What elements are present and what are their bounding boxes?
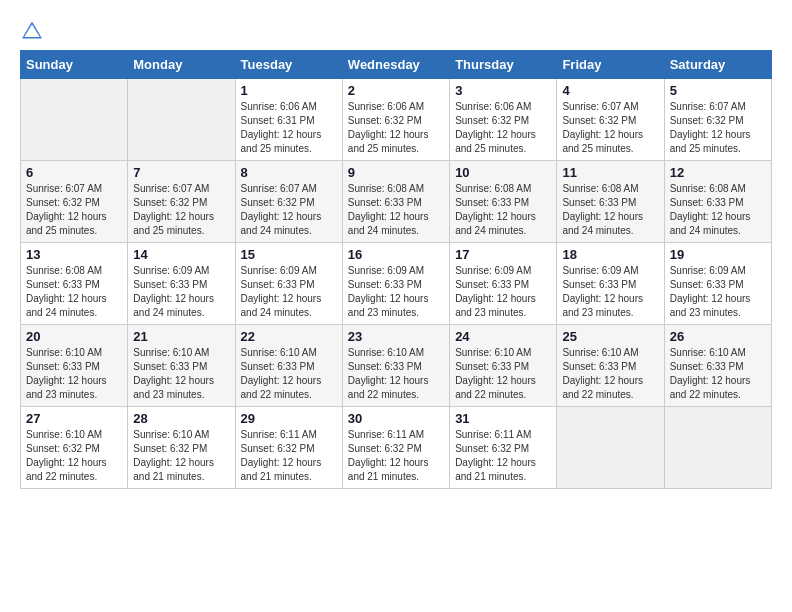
calendar-day-cell: 28Sunrise: 6:10 AMSunset: 6:32 PMDayligh… xyxy=(128,407,235,489)
calendar-day-cell: 20Sunrise: 6:10 AMSunset: 6:33 PMDayligh… xyxy=(21,325,128,407)
calendar-table: SundayMondayTuesdayWednesdayThursdayFrid… xyxy=(20,50,772,489)
calendar-day-cell: 21Sunrise: 6:10 AMSunset: 6:33 PMDayligh… xyxy=(128,325,235,407)
day-number: 10 xyxy=(455,165,551,180)
calendar-day-cell: 3Sunrise: 6:06 AMSunset: 6:32 PMDaylight… xyxy=(450,79,557,161)
day-detail: Sunrise: 6:11 AMSunset: 6:32 PMDaylight:… xyxy=(455,428,551,484)
day-number: 22 xyxy=(241,329,337,344)
day-number: 3 xyxy=(455,83,551,98)
calendar-day-cell xyxy=(664,407,771,489)
day-of-week-header: Saturday xyxy=(664,51,771,79)
day-of-week-header: Sunday xyxy=(21,51,128,79)
day-of-week-header: Friday xyxy=(557,51,664,79)
calendar-day-cell: 12Sunrise: 6:08 AMSunset: 6:33 PMDayligh… xyxy=(664,161,771,243)
day-number: 8 xyxy=(241,165,337,180)
day-number: 25 xyxy=(562,329,658,344)
day-number: 14 xyxy=(133,247,229,262)
calendar-day-cell: 25Sunrise: 6:10 AMSunset: 6:33 PMDayligh… xyxy=(557,325,664,407)
day-detail: Sunrise: 6:06 AMSunset: 6:32 PMDaylight:… xyxy=(455,100,551,156)
day-number: 21 xyxy=(133,329,229,344)
day-number: 19 xyxy=(670,247,766,262)
calendar-day-cell: 16Sunrise: 6:09 AMSunset: 6:33 PMDayligh… xyxy=(342,243,449,325)
day-detail: Sunrise: 6:09 AMSunset: 6:33 PMDaylight:… xyxy=(348,264,444,320)
day-number: 4 xyxy=(562,83,658,98)
day-detail: Sunrise: 6:09 AMSunset: 6:33 PMDaylight:… xyxy=(133,264,229,320)
day-detail: Sunrise: 6:10 AMSunset: 6:32 PMDaylight:… xyxy=(26,428,122,484)
day-number: 23 xyxy=(348,329,444,344)
day-detail: Sunrise: 6:09 AMSunset: 6:33 PMDaylight:… xyxy=(241,264,337,320)
day-detail: Sunrise: 6:10 AMSunset: 6:33 PMDaylight:… xyxy=(348,346,444,402)
day-number: 1 xyxy=(241,83,337,98)
day-detail: Sunrise: 6:07 AMSunset: 6:32 PMDaylight:… xyxy=(133,182,229,238)
day-of-week-header: Wednesday xyxy=(342,51,449,79)
day-number: 6 xyxy=(26,165,122,180)
day-detail: Sunrise: 6:10 AMSunset: 6:33 PMDaylight:… xyxy=(455,346,551,402)
calendar-day-cell: 7Sunrise: 6:07 AMSunset: 6:32 PMDaylight… xyxy=(128,161,235,243)
calendar-day-cell: 23Sunrise: 6:10 AMSunset: 6:33 PMDayligh… xyxy=(342,325,449,407)
calendar-day-cell: 1Sunrise: 6:06 AMSunset: 6:31 PMDaylight… xyxy=(235,79,342,161)
calendar-day-cell: 19Sunrise: 6:09 AMSunset: 6:33 PMDayligh… xyxy=(664,243,771,325)
day-of-week-header: Monday xyxy=(128,51,235,79)
day-detail: Sunrise: 6:08 AMSunset: 6:33 PMDaylight:… xyxy=(348,182,444,238)
day-of-week-header: Tuesday xyxy=(235,51,342,79)
calendar-day-cell: 15Sunrise: 6:09 AMSunset: 6:33 PMDayligh… xyxy=(235,243,342,325)
calendar-day-cell: 27Sunrise: 6:10 AMSunset: 6:32 PMDayligh… xyxy=(21,407,128,489)
calendar-week-row: 13Sunrise: 6:08 AMSunset: 6:33 PMDayligh… xyxy=(21,243,772,325)
calendar-day-cell: 2Sunrise: 6:06 AMSunset: 6:32 PMDaylight… xyxy=(342,79,449,161)
calendar-week-row: 20Sunrise: 6:10 AMSunset: 6:33 PMDayligh… xyxy=(21,325,772,407)
header xyxy=(20,20,772,40)
calendar-week-row: 27Sunrise: 6:10 AMSunset: 6:32 PMDayligh… xyxy=(21,407,772,489)
day-detail: Sunrise: 6:07 AMSunset: 6:32 PMDaylight:… xyxy=(26,182,122,238)
day-number: 11 xyxy=(562,165,658,180)
day-detail: Sunrise: 6:09 AMSunset: 6:33 PMDaylight:… xyxy=(670,264,766,320)
day-detail: Sunrise: 6:11 AMSunset: 6:32 PMDaylight:… xyxy=(348,428,444,484)
day-detail: Sunrise: 6:08 AMSunset: 6:33 PMDaylight:… xyxy=(455,182,551,238)
day-detail: Sunrise: 6:11 AMSunset: 6:32 PMDaylight:… xyxy=(241,428,337,484)
day-detail: Sunrise: 6:09 AMSunset: 6:33 PMDaylight:… xyxy=(455,264,551,320)
day-number: 9 xyxy=(348,165,444,180)
day-number: 31 xyxy=(455,411,551,426)
day-number: 24 xyxy=(455,329,551,344)
calendar-day-cell: 26Sunrise: 6:10 AMSunset: 6:33 PMDayligh… xyxy=(664,325,771,407)
calendar-day-cell: 6Sunrise: 6:07 AMSunset: 6:32 PMDaylight… xyxy=(21,161,128,243)
calendar-day-cell: 10Sunrise: 6:08 AMSunset: 6:33 PMDayligh… xyxy=(450,161,557,243)
day-detail: Sunrise: 6:07 AMSunset: 6:32 PMDaylight:… xyxy=(562,100,658,156)
day-detail: Sunrise: 6:10 AMSunset: 6:33 PMDaylight:… xyxy=(26,346,122,402)
day-detail: Sunrise: 6:08 AMSunset: 6:33 PMDaylight:… xyxy=(26,264,122,320)
calendar-week-row: 6Sunrise: 6:07 AMSunset: 6:32 PMDaylight… xyxy=(21,161,772,243)
calendar-day-cell: 14Sunrise: 6:09 AMSunset: 6:33 PMDayligh… xyxy=(128,243,235,325)
calendar-day-cell: 4Sunrise: 6:07 AMSunset: 6:32 PMDaylight… xyxy=(557,79,664,161)
day-detail: Sunrise: 6:06 AMSunset: 6:32 PMDaylight:… xyxy=(348,100,444,156)
day-detail: Sunrise: 6:09 AMSunset: 6:33 PMDaylight:… xyxy=(562,264,658,320)
day-header-row: SundayMondayTuesdayWednesdayThursdayFrid… xyxy=(21,51,772,79)
day-detail: Sunrise: 6:08 AMSunset: 6:33 PMDaylight:… xyxy=(562,182,658,238)
day-number: 17 xyxy=(455,247,551,262)
calendar-day-cell xyxy=(21,79,128,161)
day-detail: Sunrise: 6:10 AMSunset: 6:33 PMDaylight:… xyxy=(241,346,337,402)
day-number: 20 xyxy=(26,329,122,344)
day-detail: Sunrise: 6:10 AMSunset: 6:33 PMDaylight:… xyxy=(133,346,229,402)
day-number: 27 xyxy=(26,411,122,426)
day-detail: Sunrise: 6:08 AMSunset: 6:33 PMDaylight:… xyxy=(670,182,766,238)
day-detail: Sunrise: 6:07 AMSunset: 6:32 PMDaylight:… xyxy=(241,182,337,238)
calendar-day-cell: 30Sunrise: 6:11 AMSunset: 6:32 PMDayligh… xyxy=(342,407,449,489)
day-detail: Sunrise: 6:07 AMSunset: 6:32 PMDaylight:… xyxy=(670,100,766,156)
calendar-day-cell: 13Sunrise: 6:08 AMSunset: 6:33 PMDayligh… xyxy=(21,243,128,325)
calendar-day-cell: 29Sunrise: 6:11 AMSunset: 6:32 PMDayligh… xyxy=(235,407,342,489)
day-number: 7 xyxy=(133,165,229,180)
calendar-day-cell: 9Sunrise: 6:08 AMSunset: 6:33 PMDaylight… xyxy=(342,161,449,243)
day-detail: Sunrise: 6:10 AMSunset: 6:33 PMDaylight:… xyxy=(562,346,658,402)
day-number: 12 xyxy=(670,165,766,180)
day-number: 30 xyxy=(348,411,444,426)
day-number: 26 xyxy=(670,329,766,344)
calendar-week-row: 1Sunrise: 6:06 AMSunset: 6:31 PMDaylight… xyxy=(21,79,772,161)
calendar-day-cell xyxy=(557,407,664,489)
day-number: 28 xyxy=(133,411,229,426)
calendar-day-cell: 5Sunrise: 6:07 AMSunset: 6:32 PMDaylight… xyxy=(664,79,771,161)
day-of-week-header: Thursday xyxy=(450,51,557,79)
logo-icon xyxy=(20,20,44,40)
day-detail: Sunrise: 6:06 AMSunset: 6:31 PMDaylight:… xyxy=(241,100,337,156)
day-detail: Sunrise: 6:10 AMSunset: 6:33 PMDaylight:… xyxy=(670,346,766,402)
day-number: 15 xyxy=(241,247,337,262)
day-detail: Sunrise: 6:10 AMSunset: 6:32 PMDaylight:… xyxy=(133,428,229,484)
calendar-day-cell: 22Sunrise: 6:10 AMSunset: 6:33 PMDayligh… xyxy=(235,325,342,407)
